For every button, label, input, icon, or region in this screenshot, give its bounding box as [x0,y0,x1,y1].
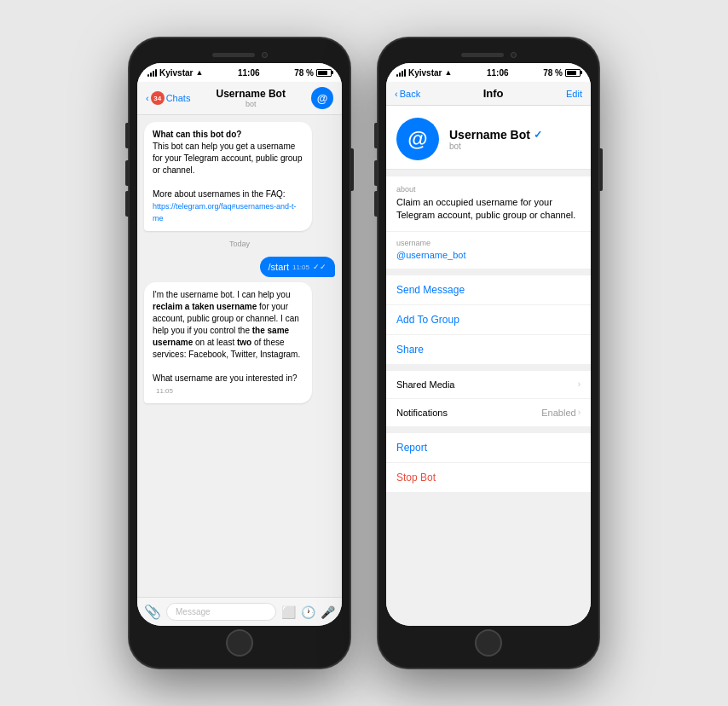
stop-bot-label: Stop Bot [396,472,436,483]
battery-icon-info [565,69,581,77]
status-left-chat: Kyivstar ▲ [147,68,203,78]
carrier-info: Kyivstar [408,68,442,78]
bot-type: bot [449,142,542,151]
back-label-info: Back [400,89,420,99]
back-button-chat[interactable]: ‹ 34 Chats [146,91,190,105]
back-chevron-info: ‹ [395,89,398,99]
status-left-info: Kyivstar ▲ [396,68,452,78]
avatar-icon: @ [407,127,427,151]
status-bar-chat: Kyivstar ▲ 11:06 78 % [137,63,342,82]
username-section: username @username_bot [386,231,591,269]
add-to-group-label: Add To Group [396,314,459,326]
bot-name-text: Username Bot [449,128,530,142]
battery-fill-info [567,71,576,75]
about-section: about Claim an occupied username for you… [386,176,591,231]
msg-faq-link[interactable]: https://telegram.org/faq#usernames-and-t… [153,202,297,223]
report-button[interactable]: Report [386,433,591,463]
shared-media-label: Shared Media [396,379,455,390]
camera-chat [262,52,268,58]
chat-subtitle: bot [217,100,286,108]
back-badge-chat: 34 [151,91,165,105]
sent-check: ✓✓ [313,263,326,271]
msg-response-p3: on at least [193,338,237,347]
msg-faq-text: More about usernames in the FAQ: [153,189,286,199]
sent-message: /start 11:05 ✓✓ [260,257,335,277]
shared-media-value: › [578,379,581,389]
camera-info [511,52,517,58]
phone-bottom-info [386,626,591,660]
back-label-chat: Chats [166,93,191,103]
time-info: 11:06 [487,68,509,78]
about-label: about [396,185,581,194]
action-section: Send Message Add To Group Share [386,275,591,364]
settings-section: Shared Media › Notifications Enabled › [386,371,591,426]
edit-button-info[interactable]: Edit [566,89,582,99]
shared-media-row[interactable]: Shared Media › [386,371,591,399]
username-value[interactable]: @username_bot [396,250,581,260]
status-bar-info: Kyivstar ▲ 11:06 78 % [386,63,591,82]
phone-inner-info: Kyivstar ▲ 11:06 78 % ‹ Back Info [386,63,591,626]
sent-message-wrap: /start 11:05 ✓✓ [144,257,335,277]
battery-text-info: 78 % [543,68,563,78]
send-message-action[interactable]: Send Message [386,275,591,305]
shared-media-chevron: › [578,379,581,389]
send-icon[interactable]: ⬜ [281,605,296,619]
phone-bottom-chat [137,626,342,660]
battery-fill-chat [318,71,327,75]
notifications-chevron: › [578,408,581,417]
chat-content: What can this bot do? This bot can help … [137,115,342,597]
wifi-icon-info: ▲ [444,68,452,77]
phone-inner-chat: Kyivstar ▲ 11:06 78 % ‹ 34 Chats [137,63,342,626]
bot-name: Username Bot ✓ [449,128,542,142]
report-label: Report [396,442,427,454]
message-intro: What can this bot do? This bot can help … [144,122,312,231]
input-placeholder: Message [176,607,211,616]
msg-question: What username are you interested in? [153,373,298,383]
mic-icon[interactable]: 🎤 [321,605,335,619]
clock-icon[interactable]: 🕐 [301,605,315,619]
sent-text: /start [269,262,289,272]
message-input[interactable]: Message [166,603,276,621]
phone-top-chat [137,46,342,63]
at-icon-chat[interactable]: @ [311,87,333,109]
send-message-label: Send Message [396,284,465,296]
signal-icon [147,69,157,77]
input-bar-chat: 📎 Message ⬜ 🕐 🎤 [137,597,342,626]
notifications-value: Enabled › [541,408,581,418]
status-right-chat: 78 % [294,68,332,78]
time-chat: 11:06 [238,68,260,78]
bot-name-wrap: Username Bot ✓ bot [449,128,542,151]
attach-icon[interactable]: 📎 [144,604,161,620]
stop-bot-button[interactable]: Stop Bot [386,463,591,492]
notifications-row[interactable]: Notifications Enabled › [386,399,591,426]
danger-section: Report Stop Bot [386,433,591,492]
add-to-group-action[interactable]: Add To Group [386,305,591,335]
status-right-info: 78 % [543,68,581,78]
about-value: Claim an occupied username for your Tele… [396,196,581,223]
username-label: username [396,239,581,247]
home-button-info[interactable] [475,629,502,657]
battery-icon-chat [316,69,332,77]
nav-title-chat: Username Bot bot [217,88,286,108]
info-content: @ Username Bot ✓ bot about Claim an occu… [386,106,591,626]
back-button-info[interactable]: ‹ Back [395,89,420,99]
chat-title: Username Bot [217,88,286,100]
battery-text-chat: 78 % [294,68,314,78]
msg-bold-two: two [237,338,251,347]
carrier-chat: Kyivstar [159,68,193,78]
notifications-status: Enabled [541,408,575,418]
msg-body-text: This bot can help you get a username for… [153,142,302,175]
home-button-chat[interactable] [226,629,253,657]
share-action[interactable]: Share [386,335,591,364]
speaker-chat [212,53,255,57]
msg-bold-reclaim: reclaim a taken username [153,302,257,311]
input-icons: ⬜ 🕐 🎤 [281,605,335,619]
signal-icon-info [396,69,406,77]
speaker-info [461,53,504,57]
phone-top-info [386,46,591,63]
bot-avatar: @ [396,118,439,160]
sent-time: 11:05 [292,263,309,271]
bot-header: @ Username Bot ✓ bot [386,106,591,170]
verified-icon: ✓ [534,129,542,141]
msg-bold-text: What can this bot do? [153,130,241,139]
